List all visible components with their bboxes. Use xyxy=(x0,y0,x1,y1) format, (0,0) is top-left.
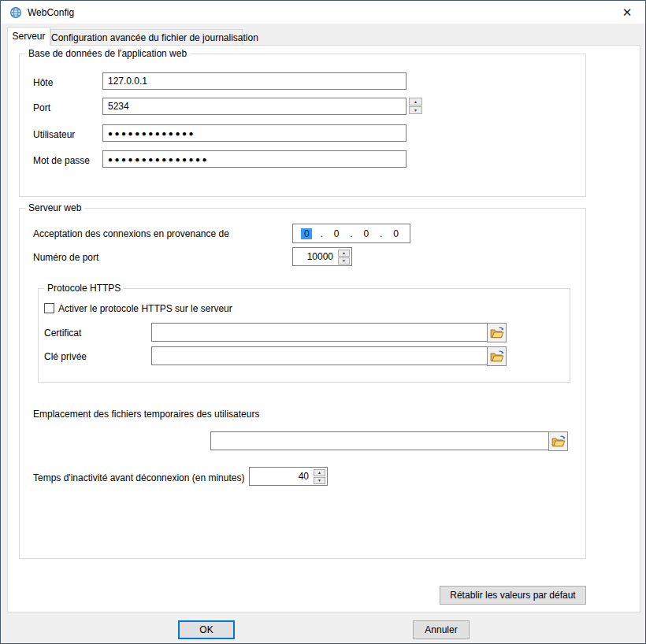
close-icon[interactable]: ✕ xyxy=(615,3,639,22)
spinner-down-icon[interactable]: ▼ xyxy=(338,257,350,265)
webserver-group-title: Serveur web xyxy=(25,203,84,213)
ip-separator: . xyxy=(380,228,382,239)
ip-address-input[interactable]: 0 . 0 . 0 . 0 xyxy=(292,224,410,243)
tab-configuration-avancee[interactable]: Configuration avancée du fichier de jour… xyxy=(50,29,243,46)
https-group-title: Protocole HTTPS xyxy=(44,283,124,294)
db-port-input[interactable]: 5234 xyxy=(102,98,407,115)
web-port-input[interactable]: 10000 ▲ ▼ xyxy=(292,247,352,266)
open-folder-icon xyxy=(490,350,504,364)
web-port-label: Numéro de port xyxy=(33,252,98,263)
https-enable-label: Activer le protocole HTTPS sur le serveu… xyxy=(58,303,232,314)
user-label: Utilisateur xyxy=(33,129,75,140)
https-enable-checkbox[interactable] xyxy=(44,303,54,313)
password-label: Mot de passe xyxy=(33,155,90,166)
private-key-input[interactable] xyxy=(151,346,488,365)
accept-connections-label: Acceptation des connexions en provenance… xyxy=(33,228,229,239)
temp-files-input[interactable] xyxy=(210,431,549,450)
certificate-label: Certificat xyxy=(44,328,81,339)
spinner-down-icon[interactable]: ▼ xyxy=(314,477,325,484)
open-folder-icon xyxy=(490,326,504,340)
reset-defaults-button[interactable]: Rétablir les valeurs par défaut xyxy=(440,586,586,605)
timeout-label: Temps d'inactivité avant déconnexion (en… xyxy=(33,472,244,483)
certificate-input[interactable] xyxy=(151,323,488,342)
open-folder-icon xyxy=(551,435,566,449)
timeout-input[interactable]: 40 ▲ ▼ xyxy=(249,467,328,486)
spinner-up-icon[interactable]: ▲ xyxy=(338,250,350,257)
host-label: Hôte xyxy=(33,77,53,88)
host-input[interactable]: 127.0.0.1 xyxy=(102,72,407,90)
db-port-label: Port xyxy=(33,102,50,113)
ip-octet-3[interactable]: 0 xyxy=(361,228,372,239)
private-key-label: Clé privée xyxy=(44,351,87,362)
certificate-browse-button[interactable] xyxy=(487,323,507,342)
ip-octet-4[interactable]: 0 xyxy=(391,228,402,239)
timeout-value: 40 xyxy=(299,471,309,482)
db-group-title: Base de données de l'application web xyxy=(25,49,190,59)
cancel-button[interactable]: Annuler xyxy=(413,620,470,639)
temp-files-label: Emplacement des fichiers temporaires des… xyxy=(33,409,259,420)
ip-octet-2[interactable]: 0 xyxy=(331,228,342,239)
ip-separator: . xyxy=(320,228,322,239)
web-port-spinner: ▲ ▼ xyxy=(338,250,350,265)
spinner-down-icon[interactable]: ▼ xyxy=(409,106,422,114)
webconfig-dialog: WebConfig ✕ Serveur Configuration avancé… xyxy=(0,0,646,644)
host-value: 127.0.0.1 xyxy=(108,76,147,87)
ok-button[interactable]: OK xyxy=(178,620,235,639)
web-port-value: 10000 xyxy=(307,251,333,262)
tab-page-serveur: Base de données de l'application web Hôt… xyxy=(7,45,640,613)
spinner-up-icon[interactable]: ▲ xyxy=(314,469,325,476)
password-input[interactable]: ●●●●●●●●●●●●●●● xyxy=(102,150,407,168)
tab-serveur[interactable]: Serveur xyxy=(7,27,50,46)
ip-octet-1[interactable]: 0 xyxy=(301,228,312,239)
db-port-value: 5234 xyxy=(108,101,129,112)
ip-separator: . xyxy=(350,228,352,239)
timeout-spinner: ▲ ▼ xyxy=(314,469,325,484)
spinner-up-icon[interactable]: ▲ xyxy=(409,98,422,105)
private-key-browse-button[interactable] xyxy=(487,346,507,366)
window-title: WebConfig xyxy=(28,7,74,18)
user-value: ●●●●●●●●●●●●● xyxy=(108,129,195,138)
user-input[interactable]: ●●●●●●●●●●●●● xyxy=(102,124,407,142)
password-value: ●●●●●●●●●●●●●●● xyxy=(108,155,209,164)
db-port-spinner: ▲ ▼ xyxy=(409,98,422,114)
title-bar: WebConfig ✕ xyxy=(1,1,645,24)
temp-files-browse-button[interactable] xyxy=(548,431,568,451)
globe-icon xyxy=(9,6,22,19)
